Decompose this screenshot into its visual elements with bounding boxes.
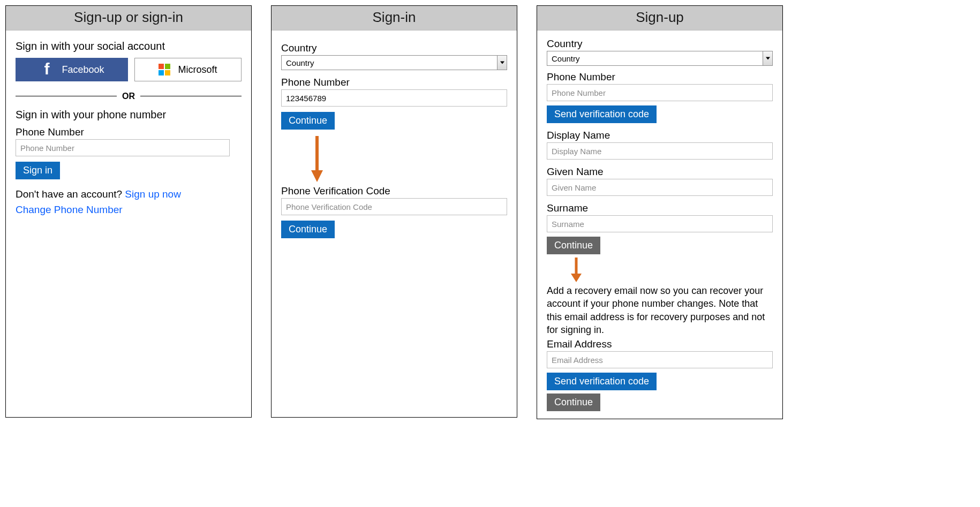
continue-button-1[interactable]: Continue [281,112,335,130]
or-divider: OR [16,91,242,101]
microsoft-icon [159,64,170,75]
email-label: Email Address [547,338,773,350]
country-select-value: Country [552,54,580,63]
panel-signup-or-signin: Sign-up or sign-in Sign in with your soc… [5,5,252,418]
phone-field-label: Phone Number [16,126,242,138]
country-label: Country [547,38,773,50]
email-input[interactable]: Email Address [547,351,773,368]
change-phone-link[interactable]: Change Phone Number [16,204,123,215]
surname-input[interactable]: Surname [547,215,773,232]
verify-code-input[interactable]: Phone Verification Code [281,198,507,215]
svg-marker-5 [571,274,582,282]
chevron-down-icon [763,51,772,65]
microsoft-button-label: Microsoft [178,64,217,75]
signup-now-link[interactable]: Sign up now [125,188,181,200]
continue-button-1[interactable]: Continue [547,237,600,254]
recovery-email-note: Add a recovery email now so you can reco… [547,284,773,336]
country-label: Country [281,42,507,54]
send-verification-button-2[interactable]: Send verification code [547,373,657,390]
signin-button[interactable]: Sign in [16,162,60,179]
phone-signin-label: Sign in with your phone number [16,109,242,121]
given-name-input[interactable]: Given Name [547,179,773,196]
verify-code-label: Phone Verification Code [281,185,507,197]
panel-title: Sign-in [272,6,517,31]
social-signin-label: Sign in with your social account [16,40,242,52]
panel-signup: Sign-up Country Country Phone Number Pho… [537,5,783,419]
display-name-label: Display Name [547,130,773,141]
continue-button-2[interactable]: Continue [281,221,335,238]
panel-signin: Sign-in Country Country Phone Number 123… [271,5,517,418]
phone-label: Phone Number [547,71,773,83]
panel-title: Sign-up or sign-in [6,6,251,31]
surname-label: Surname [547,202,773,214]
chevron-down-icon [497,56,507,70]
microsoft-button[interactable]: Microsoft [134,58,242,81]
phone-label: Phone Number [281,77,507,88]
send-verification-button[interactable]: Send verification code [547,105,657,123]
country-select[interactable]: Country [281,55,507,70]
svg-marker-0 [500,62,504,64]
display-name-input[interactable]: Display Name [547,142,773,160]
facebook-button[interactable]: f Facebook [16,58,128,81]
country-select[interactable]: Country [547,51,773,66]
svg-marker-2 [311,170,323,182]
flow-arrow-icon [547,258,773,283]
no-account-text: Don't have an account? [16,188,125,200]
panel-title: Sign-up [537,6,782,31]
facebook-icon: f [39,61,54,78]
country-select-value: Country [286,58,314,67]
phone-input[interactable]: Phone Number [16,139,230,156]
phone-input[interactable]: Phone Number [547,84,773,101]
facebook-button-label: Facebook [62,64,104,75]
svg-marker-3 [766,57,770,60]
continue-button-2[interactable]: Continue [547,394,600,411]
or-text: OR [122,92,135,101]
flow-arrow-icon [281,136,507,183]
phone-input[interactable]: 123456789 [281,89,507,107]
given-name-label: Given Name [547,166,773,178]
